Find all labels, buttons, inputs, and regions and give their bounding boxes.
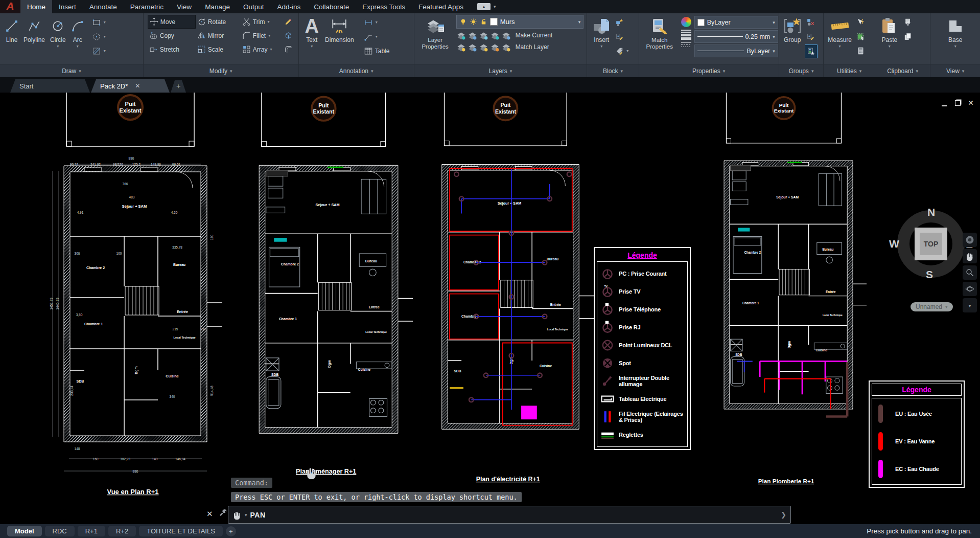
linetype-combo[interactable]: ByLayer▾ [694, 44, 778, 57]
fillet-button[interactable]: Fillet▾ [241, 29, 283, 42]
rotate-button[interactable]: Rotate [196, 15, 241, 28]
ungroup-button[interactable] [805, 16, 818, 29]
edit-block-button[interactable] [614, 30, 630, 43]
array-button[interactable]: Array▾ [241, 43, 283, 56]
layout-tab-model[interactable]: Model [7, 526, 42, 536]
command-customize-icon[interactable] [219, 508, 227, 519]
layer-combo[interactable]: Murs ▾ [456, 15, 584, 29]
panel-label-draw[interactable]: Draw [0, 64, 143, 77]
create-block-button[interactable] [614, 16, 630, 29]
ribbon-tab-annotate[interactable]: Annotate [83, 0, 124, 13]
define-attributes-button[interactable]: ▾ [614, 44, 630, 57]
dimension-button[interactable]: Dimension [323, 15, 356, 44]
make-current-button[interactable]: Make Current [514, 30, 554, 40]
layer-tool-icon[interactable] [490, 42, 500, 52]
close-icon[interactable]: ✕ [967, 99, 975, 106]
object-color-combo[interactable]: ByLayer▾ [694, 16, 778, 29]
zoom-tool-icon[interactable] [963, 265, 977, 280]
layer-tool-icon[interactable] [490, 31, 500, 40]
circle-button[interactable]: Circle [48, 15, 68, 50]
offset-button[interactable] [283, 43, 297, 56]
viewcube-top-face[interactable]: TOP [915, 228, 947, 260]
layer-tool-icon[interactable] [501, 42, 511, 52]
command-close-icon[interactable]: ✕ [206, 509, 213, 519]
layout-tab-rdc[interactable]: RDC [45, 526, 75, 536]
ribbon-collapse-icon[interactable]: ▲ [477, 3, 491, 10]
text-button[interactable]: AText [303, 15, 321, 50]
ribbon-tab-home[interactable]: Home [20, 0, 52, 13]
layer-tool-icon[interactable] [479, 42, 488, 52]
layer-tool-icon[interactable] [468, 42, 477, 52]
panel-label-groups[interactable]: Groups [779, 64, 824, 77]
ribbon-tab-view[interactable]: View [170, 0, 198, 13]
color-wheel-icon[interactable] [681, 17, 691, 27]
ribbon-tab-featured-apps[interactable]: Featured Apps [412, 0, 470, 13]
panel-label-utilities[interactable]: Utilities [824, 64, 875, 77]
layer-tool-icon[interactable] [456, 31, 466, 40]
linear-dimension-button[interactable]: ▾ [362, 16, 391, 29]
viewcube-ucs-menu[interactable]: Unnamed▾ [911, 302, 953, 311]
panel-label-block[interactable]: Block [587, 64, 639, 77]
panel-label-view[interactable]: View [930, 64, 980, 77]
move-button[interactable]: Move [148, 15, 196, 29]
insert-button[interactable]: Insert [590, 15, 613, 50]
close-tab-icon[interactable]: ✕ [135, 82, 140, 89]
leader-button[interactable]: ▾ [362, 30, 391, 43]
panel-label-properties[interactable]: Properties [639, 64, 779, 77]
navbar-more-icon[interactable]: ▾ [963, 298, 977, 312]
file-tab-start[interactable]: Start [10, 79, 90, 93]
measure-button[interactable]: Measure [826, 15, 854, 50]
ribbon-tab-manage[interactable]: Manage [198, 0, 237, 13]
copy-button[interactable]: Copy [148, 29, 196, 42]
panel-label-layers[interactable]: Layers [414, 64, 587, 77]
group-selection-toggle[interactable] [805, 44, 818, 58]
command-input[interactable]: ▾ PAN ❯ [228, 506, 791, 524]
ribbon-tab-express-tools[interactable]: Express Tools [356, 0, 412, 13]
rectangle-button[interactable]: ▾ [90, 16, 107, 29]
file-tab-current[interactable]: Pack 2D*✕ [91, 79, 170, 93]
quick-calculator-button[interactable] [855, 44, 867, 57]
group-button[interactable]: Group [781, 15, 804, 44]
panel-label-clipboard[interactable]: Clipboard [875, 64, 930, 77]
navigation-wheel-icon[interactable] [963, 233, 977, 247]
panel-label-annotation[interactable]: Annotation [299, 64, 414, 77]
orbit-tool-icon[interactable] [963, 282, 977, 296]
viewcube-west[interactable]: W [889, 238, 899, 250]
ribbon-tab-add-ins[interactable]: Add-ins [270, 0, 307, 13]
panel-label-modify[interactable]: Modify [144, 64, 298, 77]
scale-button[interactable]: Scale [196, 43, 241, 56]
ribbon-collapse-dropdown-icon[interactable]: ▾ [494, 4, 496, 9]
layer-properties-button[interactable]: Layer Properties [417, 15, 453, 51]
layout-tab-r+2[interactable]: R+2 [108, 526, 136, 536]
match-properties-button[interactable]: Match Properties [641, 15, 678, 51]
viewcube-south[interactable]: S [926, 268, 933, 281]
layer-tool-icon[interactable] [479, 31, 488, 40]
layout-tab-r+1[interactable]: R+1 [78, 526, 105, 536]
explode-button[interactable] [283, 29, 297, 42]
arc-button[interactable]: Arc [69, 15, 86, 50]
mirror-button[interactable]: Mirror [196, 29, 241, 42]
layer-tool-icon[interactable] [501, 31, 511, 40]
line-button[interactable]: Line [3, 15, 20, 44]
select-similar-button[interactable] [855, 30, 867, 43]
base-button[interactable]: Base [944, 15, 967, 50]
copy-clip-button[interactable] [902, 30, 914, 43]
erase-button[interactable] [283, 15, 297, 28]
layer-tool-icon[interactable] [468, 31, 477, 40]
new-tab-button[interactable]: ＋ [171, 80, 186, 93]
polyline-button[interactable]: Polyline [21, 15, 47, 44]
match-layer-button[interactable]: Match Layer [514, 42, 551, 52]
ribbon-tab-insert[interactable]: Insert [52, 0, 83, 13]
lineweight-combo[interactable]: 0.25 mm▾ [694, 30, 778, 43]
drawing-canvas[interactable]: ✕ PuitExistantSéjour + SAMBureauChambre … [0, 93, 980, 524]
cut-button[interactable] [902, 16, 914, 29]
lineweight-icon[interactable] [681, 30, 691, 40]
layout-tab-toiture-et-details[interactable]: TOITURE ET DETAILS [139, 526, 223, 536]
ellipse-button[interactable]: ▾ [90, 30, 107, 43]
quick-select-button[interactable] [855, 16, 867, 29]
ribbon-tab-collaborate[interactable]: Collaborate [307, 0, 356, 13]
autocad-logo[interactable]: A [0, 0, 20, 13]
linetype-icon[interactable] [681, 42, 691, 47]
restore-icon[interactable] [953, 99, 962, 106]
table-button[interactable]: Table [362, 44, 391, 57]
